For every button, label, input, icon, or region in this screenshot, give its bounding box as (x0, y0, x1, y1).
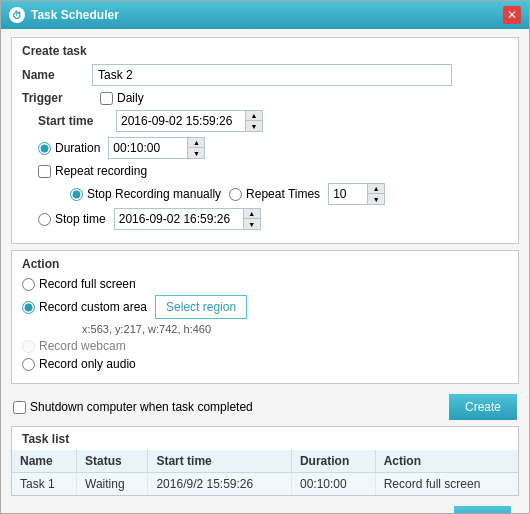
shutdown-checkbox-label[interactable]: Shutdown computer when task completed (13, 400, 253, 414)
start-time-input[interactable] (116, 110, 246, 132)
webcam-radio-label[interactable]: Record webcam (22, 339, 126, 353)
close-button[interactable]: ✕ (503, 6, 521, 24)
task-scheduler-window: ⏱ Task Scheduler ✕ Create task Name Trig… (0, 0, 530, 514)
repeat-times-label: Repeat Times (246, 187, 320, 201)
audio-radio[interactable] (22, 358, 35, 371)
start-time-spinners: ▲ ▼ (246, 110, 263, 132)
repeat-times-input[interactable] (328, 183, 368, 205)
webcam-row: Record webcam (22, 339, 508, 353)
name-row: Name (22, 64, 508, 86)
select-region-button[interactable]: Select region (155, 295, 247, 319)
shutdown-label: Shutdown computer when task completed (30, 400, 253, 414)
title-bar: ⏱ Task Scheduler ✕ (1, 1, 529, 29)
task-table-body: Task 1Waiting2016/9/2 15:59:2600:10:00Re… (12, 473, 518, 496)
audio-label: Record only audio (39, 357, 136, 371)
cell-start_time: 2016/9/2 15:59:26 (148, 473, 292, 496)
full-screen-row: Record full screen (22, 277, 508, 291)
audio-row: Record only audio (22, 357, 508, 371)
full-screen-radio[interactable] (22, 278, 35, 291)
col-name: Name (12, 450, 77, 473)
duration-input[interactable] (108, 137, 188, 159)
cell-action: Record full screen (375, 473, 518, 496)
ok-button[interactable]: OK (454, 506, 511, 513)
duration-radio-label[interactable]: Duration (38, 141, 100, 155)
col-duration: Duration (291, 450, 375, 473)
start-time-label: Start time (38, 114, 108, 128)
stop-time-radio-label[interactable]: Stop time (38, 212, 106, 226)
audio-radio-label[interactable]: Record only audio (22, 357, 136, 371)
start-time-row: Start time ▲ ▼ (38, 110, 508, 132)
cell-status: Waiting (77, 473, 148, 496)
duration-row: Duration ▲ ▼ (38, 137, 508, 159)
cell-name: Task 1 (12, 473, 77, 496)
stop-time-group: ▲ ▼ (114, 208, 261, 230)
start-time-down[interactable]: ▼ (246, 121, 262, 131)
window-title: Task Scheduler (31, 8, 503, 22)
repeat-row: Repeat recording (38, 164, 508, 178)
webcam-radio[interactable] (22, 340, 35, 353)
table-row: Task 1Waiting2016/9/2 15:59:2600:10:00Re… (12, 473, 518, 496)
stop-time-input[interactable] (114, 208, 244, 230)
repeat-times-group: ▲ ▼ (328, 183, 385, 205)
action-section: Action Record full screen Record custom … (11, 250, 519, 384)
create-button[interactable]: Create (449, 394, 517, 420)
full-screen-radio-label[interactable]: Record full screen (22, 277, 136, 291)
repeat-times-radio[interactable] (229, 188, 242, 201)
col-status: Status (77, 450, 148, 473)
shutdown-checkbox[interactable] (13, 401, 26, 414)
bottom-row: Shutdown computer when task completed Cr… (11, 394, 519, 420)
ok-bar: OK (11, 502, 519, 513)
start-time-up[interactable]: ▲ (246, 111, 262, 121)
col-action: Action (375, 450, 518, 473)
stop-time-label: Stop time (55, 212, 106, 226)
daily-checkbox[interactable] (100, 92, 113, 105)
duration-label: Duration (55, 141, 100, 155)
duration-up[interactable]: ▲ (188, 138, 204, 148)
start-time-group: ▲ ▼ (116, 110, 263, 132)
full-screen-label: Record full screen (39, 277, 136, 291)
repeat-times-radio-label[interactable]: Repeat Times (229, 187, 320, 201)
duration-down[interactable]: ▼ (188, 148, 204, 158)
cell-duration: 00:10:00 (291, 473, 375, 496)
repeat-checkbox-label[interactable]: Repeat recording (38, 164, 147, 178)
daily-label: Daily (117, 91, 144, 105)
task-table: Name Status Start time Duration Action T… (12, 450, 518, 495)
task-list-section: Task list Name Status Start time Duratio… (11, 426, 519, 496)
stop-manual-label: Stop Recording manually (87, 187, 221, 201)
stop-time-radio[interactable] (38, 213, 51, 226)
stop-time-spinners: ▲ ▼ (244, 208, 261, 230)
trigger-label: Trigger (22, 91, 92, 105)
stop-manual-radio[interactable] (70, 188, 83, 201)
stop-time-up[interactable]: ▲ (244, 209, 260, 219)
custom-area-radio-label[interactable]: Record custom area (22, 300, 147, 314)
region-coords: x:563, y:217, w:742, h:460 (82, 323, 508, 335)
name-label: Name (22, 68, 92, 82)
repeat-times-up[interactable]: ▲ (368, 184, 384, 194)
custom-area-label: Record custom area (39, 300, 147, 314)
app-icon: ⏱ (9, 7, 25, 23)
duration-radio[interactable] (38, 142, 51, 155)
webcam-label: Record webcam (39, 339, 126, 353)
task-table-header: Name Status Start time Duration Action (12, 450, 518, 473)
task-list-title: Task list (12, 427, 518, 450)
repeat-checkbox[interactable] (38, 165, 51, 178)
stop-time-row: Stop time ▲ ▼ (38, 208, 508, 230)
name-input[interactable] (92, 64, 452, 86)
action-title: Action (22, 257, 508, 271)
stop-time-down[interactable]: ▼ (244, 219, 260, 229)
col-start-time: Start time (148, 450, 292, 473)
main-content: Create task Name Trigger Daily Start tim… (1, 29, 529, 513)
trigger-row: Trigger Daily (22, 91, 508, 105)
repeat-label: Repeat recording (55, 164, 147, 178)
custom-area-radio[interactable] (22, 301, 35, 314)
create-task-title: Create task (22, 44, 508, 58)
create-task-section: Create task Name Trigger Daily Start tim… (11, 37, 519, 244)
repeat-times-spinners: ▲ ▼ (368, 183, 385, 205)
duration-group: ▲ ▼ (108, 137, 205, 159)
custom-area-row: Record custom area Select region (22, 295, 508, 319)
daily-checkbox-label[interactable]: Daily (100, 91, 144, 105)
stop-manual-radio-label[interactable]: Stop Recording manually (70, 187, 221, 201)
repeat-times-down[interactable]: ▼ (368, 194, 384, 204)
repeat-options-row: Stop Recording manually Repeat Times ▲ ▼ (70, 183, 508, 205)
duration-spinners: ▲ ▼ (188, 137, 205, 159)
